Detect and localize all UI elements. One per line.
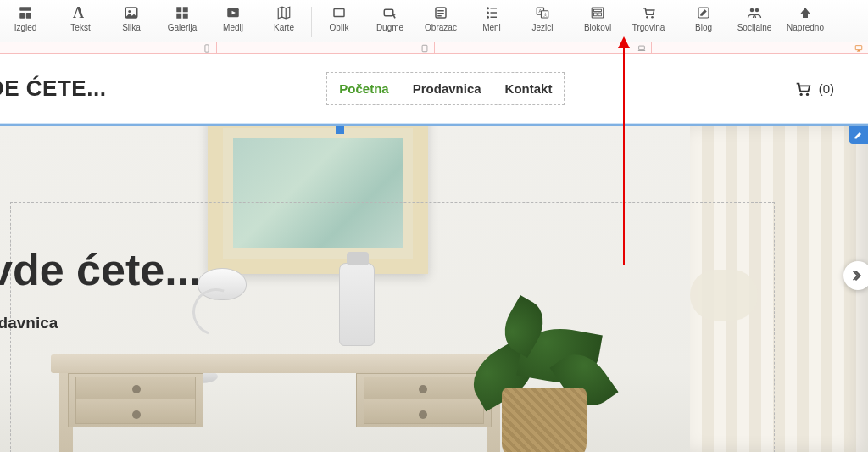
tool-label: Tekst [70,23,90,32]
tool-label: Medij [223,23,243,32]
chevron-right-icon [851,269,865,282]
tool-label: Izgled [14,23,37,32]
hero-title[interactable]: vde ćete... [0,244,201,295]
toolbar-separator [53,7,53,37]
svg-point-32 [651,16,654,19]
svg-rect-36 [205,44,209,51]
svg-text:A: A [539,8,542,14]
breakpoint-mobile[interactable] [0,42,217,53]
pencil-icon [854,130,864,140]
blog-icon [696,5,711,20]
tool-button[interactable]: Dugme [364,3,415,32]
svg-point-34 [750,8,754,13]
image-icon [124,5,139,20]
nav-item-contact[interactable]: Kontakt [493,73,565,104]
gallery-icon [175,5,190,20]
tool-menu[interactable]: Meni [466,3,517,32]
main-nav: Početna Prodavnica Kontakt [326,72,565,105]
toolbar-separator [570,7,570,37]
svg-point-4 [128,10,131,13]
svg-rect-1 [19,13,25,19]
tool-languages[interactable]: A文 Jezici [517,3,568,32]
tablet-icon [420,44,429,53]
tool-label: Karte [274,23,294,32]
tool-text[interactable]: A Tekst [55,3,106,32]
hero-selection-outline [10,202,775,452]
cart-icon [793,80,812,98]
tool-label: Blog [695,23,712,32]
tool-advanced[interactable]: Napredno [780,3,831,32]
blocks-icon [590,5,605,20]
svg-rect-39 [638,50,645,51]
tool-label: Socijalne [737,23,772,32]
tool-gallery[interactable]: Galerija [157,3,208,32]
svg-point-17 [487,7,489,9]
tool-blocks[interactable]: Blokovi [572,3,623,32]
nav-item-home[interactable]: Početna [327,73,400,104]
toolbar-separator [311,7,312,37]
tool-blog[interactable]: Blog [678,3,729,32]
svg-rect-40 [855,45,862,49]
tool-media[interactable]: Medij [208,3,259,32]
svg-text:文: 文 [543,12,548,17]
svg-rect-12 [384,9,393,16]
svg-rect-22 [491,17,498,19]
hero-subtitle[interactable]: odavnica [0,314,58,332]
svg-point-18 [487,12,489,14]
svg-rect-41 [858,50,860,51]
tool-label: Trgovina [632,23,665,32]
edit-section-button[interactable] [849,126,868,144]
cart-button[interactable]: (0) [793,80,834,98]
svg-rect-11 [334,9,344,17]
button-icon [382,5,398,20]
map-icon [276,5,292,20]
tool-label: Meni [482,23,501,32]
toolbar-separator [676,7,676,37]
svg-rect-29 [594,13,598,16]
svg-rect-37 [422,45,427,52]
svg-point-35 [755,8,760,13]
nav-item-shop[interactable]: Prodavnica [401,73,493,104]
tool-label: Slika [122,23,141,32]
breakpoint-tablet[interactable] [217,42,434,53]
tool-label: Galerija [168,23,197,32]
tool-label: Dugme [376,23,403,32]
shape-icon [331,5,347,20]
tool-label: Obrazac [425,23,457,32]
tool-label: Napredno [787,23,824,32]
svg-rect-7 [176,14,181,19]
tool-form[interactable]: Obrazac [415,3,466,32]
tool-image[interactable]: Slika [106,3,157,32]
resize-handle-top[interactable] [336,126,344,134]
svg-rect-5 [176,7,181,12]
svg-point-19 [487,16,489,19]
svg-rect-20 [491,8,498,9]
slider-next-button[interactable] [843,261,868,290]
tool-commerce[interactable]: Trgovina [623,3,674,32]
media-icon [225,5,241,20]
svg-rect-0 [19,7,31,11]
laptop-icon [637,44,646,53]
svg-point-31 [646,16,648,19]
svg-rect-38 [638,46,644,50]
svg-rect-30 [598,13,602,16]
site-logo-text[interactable]: DE ĆETE... [0,75,106,102]
tool-social[interactable]: Socijalne [729,3,780,32]
tool-maps[interactable]: Karte [259,3,309,32]
svg-rect-28 [594,9,602,11]
breakpoint-desktop[interactable] [652,42,868,53]
cart-count: (0) [819,81,834,96]
advanced-icon [798,5,813,20]
tool-layout[interactable]: Izgled [0,3,51,32]
svg-rect-21 [491,12,498,14]
phone-icon [203,44,211,53]
svg-rect-42 [857,50,860,51]
tool-shape[interactable]: Oblik [314,3,364,32]
site-header: DE ĆETE... Početna Prodavnica Kontakt (0… [0,54,868,124]
commerce-icon [641,5,656,20]
svg-point-44 [806,92,809,95]
tool-label: Jezici [531,23,553,32]
desktop-icon [854,44,863,53]
svg-point-43 [799,92,802,95]
hero-section[interactable]: vde ćete... odavnica [0,124,868,452]
